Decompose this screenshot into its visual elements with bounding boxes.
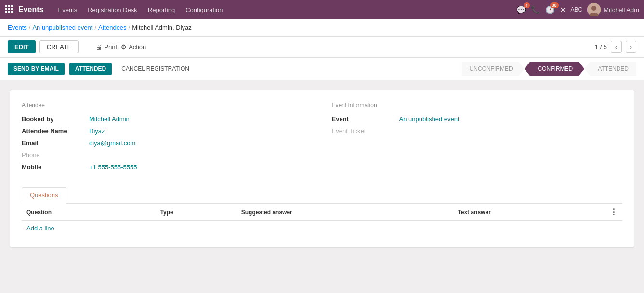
step-confirmed[interactable]: CONFIRMED: [525, 62, 585, 76]
breadcrumb-current: Mitchell Admin, Diyaz: [132, 24, 192, 31]
event-section-title: Event Information: [332, 102, 623, 109]
edit-button[interactable]: EDIT: [8, 40, 36, 53]
app-brand: Events: [18, 5, 43, 14]
tab-header: Questions: [22, 187, 622, 204]
booked-by-value[interactable]: Mitchell Admin: [89, 115, 130, 123]
attendee-name-value[interactable]: Diyaz: [89, 127, 105, 135]
col-type: Type: [156, 204, 237, 221]
field-booked-by: Booked by Mitchell Admin: [22, 115, 313, 123]
abc-icon[interactable]: ABC: [571, 6, 583, 13]
svg-rect-6: [5, 11, 7, 13]
svg-rect-5: [11, 8, 13, 10]
tab-questions[interactable]: Questions: [22, 187, 66, 204]
add-line-row: Add a line: [22, 221, 622, 236]
svg-rect-3: [5, 8, 7, 10]
email-value[interactable]: diya@gmail.com: [89, 140, 135, 147]
pagination: 1 / 5: [595, 43, 607, 51]
cancel-registration-button[interactable]: CANCEL REGISTRATION: [117, 63, 194, 75]
svg-rect-4: [8, 8, 10, 10]
col-menu: ⋮: [605, 204, 622, 221]
event-value[interactable]: An unpublished event: [399, 115, 460, 123]
step-unconfirmed[interactable]: UNCONFIRMED: [462, 62, 525, 76]
table-menu-icon[interactable]: ⋮: [610, 208, 618, 216]
toolbar: EDIT CREATE 🖨 Print ⚙ Action 1 / 5 ‹ ›: [0, 37, 644, 58]
user-menu[interactable]: Mitchell Adm: [587, 3, 639, 16]
chat-icon[interactable]: 💬4: [516, 5, 526, 14]
field-event-ticket: Event Ticket: [332, 127, 623, 135]
nav-registration-desk[interactable]: Registration Desk: [83, 3, 142, 16]
attendee-section-title: Attendee: [22, 102, 313, 109]
nav-configuration[interactable]: Configuration: [181, 3, 227, 16]
form-grid: Attendee Booked by Mitchell Admin Attend…: [22, 102, 622, 176]
svg-rect-8: [11, 11, 13, 13]
top-nav: Events Registration Desk Reporting Confi…: [53, 3, 227, 16]
avatar: [587, 3, 601, 16]
col-question: Question: [22, 204, 156, 221]
nav-events[interactable]: Events: [53, 3, 82, 16]
add-line-button[interactable]: Add a line: [26, 225, 54, 232]
status-steps: UNCONFIRMED CONFIRMED ATTENDED: [462, 62, 636, 76]
apps-menu-icon[interactable]: [5, 5, 13, 15]
phone-icon[interactable]: 📞: [531, 5, 540, 14]
toolbar-right: 1 / 5 ‹ ›: [595, 41, 636, 53]
svg-rect-0: [5, 5, 7, 7]
print-icon: 🖨: [96, 43, 102, 51]
step-attended[interactable]: ATTENDED: [584, 62, 636, 76]
topbar: Events Events Registration Desk Reportin…: [0, 0, 644, 19]
svg-rect-7: [8, 11, 10, 13]
breadcrumb-attendees[interactable]: Attendees: [98, 24, 127, 31]
svg-rect-2: [11, 5, 13, 7]
record-card: Attendee Booked by Mitchell Admin Attend…: [10, 90, 634, 248]
prev-button[interactable]: ‹: [611, 41, 621, 53]
questions-table: Question Type Suggested answer Text answ…: [22, 204, 622, 236]
clock-icon[interactable]: 🕐38: [545, 5, 555, 14]
next-button[interactable]: ›: [626, 41, 636, 53]
statusbar: SEND BY EMAIL ATTENDED CANCEL REGISTRATI…: [0, 58, 644, 80]
mobile-value[interactable]: +1 555-555-5555: [89, 164, 137, 171]
col-suggested-answer: Suggested answer: [237, 204, 453, 221]
field-mobile: Mobile +1 555-555-5555: [22, 164, 313, 171]
send-email-button[interactable]: SEND BY EMAIL: [8, 63, 65, 75]
svg-rect-1: [8, 5, 10, 7]
breadcrumb-event[interactable]: An unpublished event: [32, 24, 92, 31]
topbar-right: 💬4 📞 🕐38 ✕ ABC Mitchell Adm: [516, 3, 639, 16]
nav-reporting[interactable]: Reporting: [143, 3, 180, 16]
close-icon[interactable]: ✕: [560, 5, 566, 14]
gear-icon: ⚙: [121, 43, 127, 51]
breadcrumb: Events / An unpublished event / Attendee…: [0, 19, 644, 37]
field-phone: Phone: [22, 152, 313, 159]
tab-section: Questions Question Type Suggested answer…: [22, 187, 622, 236]
print-button[interactable]: 🖨 Print: [96, 43, 117, 51]
svg-point-10: [591, 6, 596, 11]
create-button[interactable]: CREATE: [39, 40, 79, 53]
main-content: Attendee Booked by Mitchell Admin Attend…: [0, 80, 644, 257]
breadcrumb-events[interactable]: Events: [8, 24, 27, 31]
event-section: Event Information Event An unpublished e…: [332, 102, 623, 176]
col-text-answer: Text answer: [453, 204, 605, 221]
attendee-section: Attendee Booked by Mitchell Admin Attend…: [22, 102, 313, 176]
clock-badge: 38: [550, 2, 559, 8]
field-attendee-name: Attendee Name Diyaz: [22, 127, 313, 135]
user-name: Mitchell Adm: [604, 6, 639, 13]
field-event: Event An unpublished event: [332, 115, 623, 123]
action-button[interactable]: ⚙ Action: [121, 43, 146, 51]
chat-badge: 4: [524, 2, 530, 8]
attended-button[interactable]: ATTENDED: [69, 63, 112, 75]
field-email: Email diya@gmail.com: [22, 140, 313, 147]
